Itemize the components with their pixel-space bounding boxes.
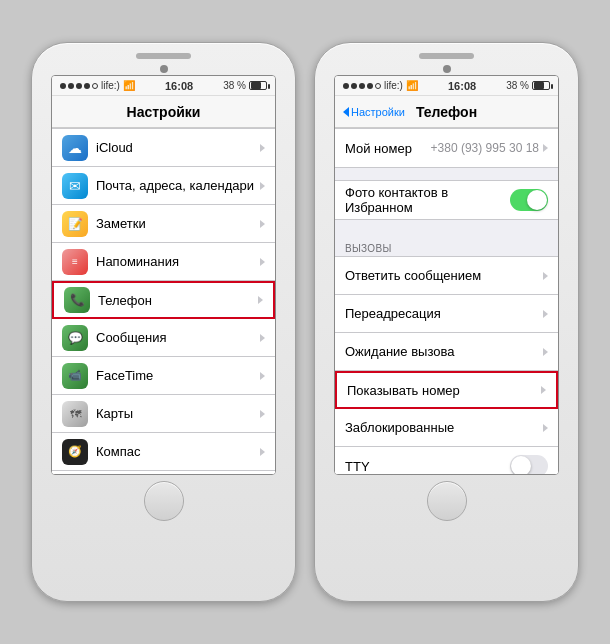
phone-2: life:) 📶 16:08 38 % Настройки Телефон (314, 42, 579, 602)
mail-chevron (260, 182, 265, 190)
battery-pct-1: 38 % (223, 80, 246, 91)
forwarding-item[interactable]: Переадресация (335, 295, 558, 333)
dot1 (60, 83, 66, 89)
phone-label: Телефон (98, 293, 258, 308)
calls-section-header: ВЫЗОВЫ (335, 232, 558, 256)
screen-2: life:) 📶 16:08 38 % Настройки Телефон (334, 75, 559, 475)
contacts-photo-group: Фото контактов в Избранном (335, 180, 558, 220)
battery-icon-1 (249, 81, 267, 90)
facetime-chevron (260, 372, 265, 380)
maps-icon: 🗺 (62, 401, 88, 427)
blocked-label: Заблокированные (345, 420, 543, 435)
wifi-icon-1: 📶 (123, 80, 135, 91)
show-number-chevron (541, 386, 546, 394)
settings-detail-2: Мой номер +380 (93) 995 30 18 Фото конта… (335, 128, 558, 475)
dot1b (343, 83, 349, 89)
carrier-1: life:) (101, 80, 120, 91)
dot2b (351, 83, 357, 89)
icloud-label: iCloud (96, 140, 260, 155)
settings-item-notes[interactable]: 📝 Заметки (52, 205, 275, 243)
dot5b (375, 83, 381, 89)
call-waiting-item[interactable]: Ожидание вызова (335, 333, 558, 371)
status-bar-2: life:) 📶 16:08 38 % (335, 76, 558, 96)
back-label: Настройки (351, 106, 405, 118)
back-button[interactable]: Настройки (343, 106, 405, 118)
messages-chevron (260, 334, 265, 342)
my-number-chevron (543, 144, 548, 152)
mail-icon: ✉ (62, 173, 88, 199)
my-number-item[interactable]: Мой номер +380 (93) 995 30 18 (335, 129, 558, 167)
settings-item-compass[interactable]: 🧭 Компас (52, 433, 275, 471)
toggle-knob (527, 190, 547, 210)
notes-label: Заметки (96, 216, 260, 231)
show-number-label: Показывать номер (347, 383, 541, 398)
settings-item-icloud[interactable]: ☁ iCloud (52, 129, 275, 167)
settings-item-messages[interactable]: 💬 Сообщения (52, 319, 275, 357)
maps-chevron (260, 410, 265, 418)
messages-label: Сообщения (96, 330, 260, 345)
nav-bar-1: Настройки (52, 96, 275, 128)
status-left-2: life:) 📶 (343, 80, 418, 91)
settings-item-facetime[interactable]: 📹 FaceTime (52, 357, 275, 395)
reminders-label: Напоминания (96, 254, 260, 269)
status-bar-1: life:) 📶 16:08 38 % (52, 76, 275, 96)
icloud-icon: ☁ (62, 135, 88, 161)
tty-label: TTY (345, 459, 510, 474)
settings-list-1: ☁ iCloud ✉ Почта, адреса, календари 📝 За… (52, 128, 275, 475)
status-left-1: life:) 📶 (60, 80, 135, 91)
call-waiting-chevron (543, 348, 548, 356)
battery-pct-2: 38 % (506, 80, 529, 91)
mail-label: Почта, адреса, календари (96, 178, 260, 193)
contacts-photo-label: Фото контактов в Избранном (345, 185, 510, 215)
home-button-1[interactable] (144, 481, 184, 521)
phone-icon: 📞 (64, 287, 90, 313)
reminders-chevron (260, 258, 265, 266)
compass-chevron (260, 448, 265, 456)
reply-message-item[interactable]: Ответить сообщением (335, 257, 558, 295)
my-number-value: +380 (93) 995 30 18 (431, 141, 539, 155)
signal-dots-2 (343, 83, 381, 89)
phone-1: life:) 📶 16:08 38 % Настройки ☁ iCloud (31, 42, 296, 602)
home-button-2[interactable] (427, 481, 467, 521)
time-2: 16:08 (448, 80, 476, 92)
blocked-item[interactable]: Заблокированные (335, 409, 558, 447)
speaker-2 (419, 53, 474, 59)
settings-item-reminders[interactable]: ≡ Напоминания (52, 243, 275, 281)
dot3 (76, 83, 82, 89)
time-1: 16:08 (165, 80, 193, 92)
notes-icon: 📝 (62, 211, 88, 237)
compass-icon: 🧭 (62, 439, 88, 465)
show-number-item[interactable]: Показывать номер (335, 371, 558, 409)
battery-icon-2 (532, 81, 550, 90)
wifi-icon-2: 📶 (406, 80, 418, 91)
calls-group: Ответить сообщением Переадресация Ожидан… (335, 256, 558, 475)
messages-icon: 💬 (62, 325, 88, 351)
battery-fill-2 (534, 82, 544, 89)
dot4 (84, 83, 90, 89)
my-number-label: Мой номер (345, 141, 431, 156)
dot4b (367, 83, 373, 89)
phone-chevron (258, 296, 263, 304)
signal-dots-1 (60, 83, 98, 89)
camera-1 (160, 65, 168, 73)
dot2 (68, 83, 74, 89)
blocked-chevron (543, 424, 548, 432)
contacts-photo-item[interactable]: Фото контактов в Избранном (335, 181, 558, 219)
settings-item-safari[interactable]: 🧭 Safari (52, 471, 275, 475)
status-right-1: 38 % (223, 80, 267, 91)
tty-toggle-knob (511, 456, 531, 475)
tty-toggle[interactable] (510, 455, 548, 475)
tty-item[interactable]: TTY (335, 447, 558, 475)
facetime-icon: 📹 (62, 363, 88, 389)
forwarding-chevron (543, 310, 548, 318)
contacts-photo-toggle[interactable] (510, 189, 548, 211)
status-right-2: 38 % (506, 80, 550, 91)
carrier-2: life:) (384, 80, 403, 91)
nav-title-2: Телефон (416, 104, 477, 120)
settings-item-maps[interactable]: 🗺 Карты (52, 395, 275, 433)
settings-item-mail[interactable]: ✉ Почта, адреса, календари (52, 167, 275, 205)
settings-item-phone[interactable]: 📞 Телефон (52, 281, 275, 319)
nav-bar-2: Настройки Телефон (335, 96, 558, 128)
compass-label: Компас (96, 444, 260, 459)
spacer-1 (335, 168, 558, 180)
